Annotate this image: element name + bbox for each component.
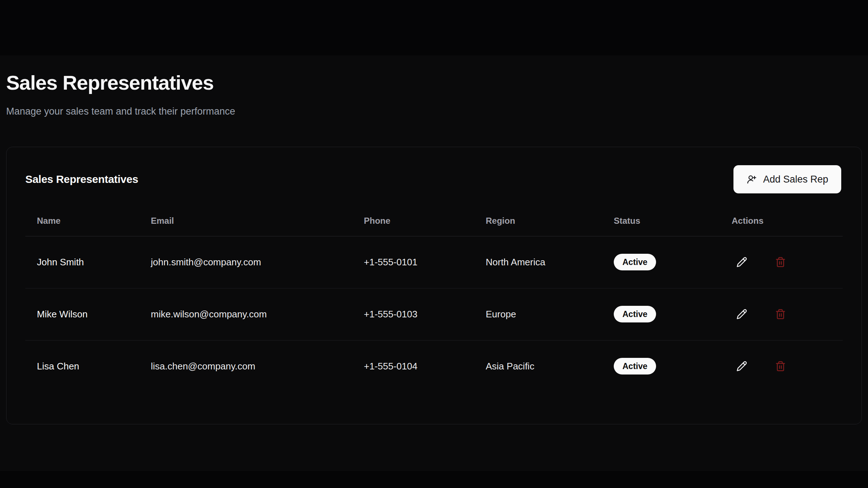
edit-button[interactable]: [732, 356, 752, 376]
column-header-actions: Actions: [720, 206, 843, 236]
sales-reps-card: Sales Representatives Add Sales Rep: [6, 147, 862, 424]
rep-actions-cell: [720, 288, 843, 340]
rep-region: North America: [474, 236, 602, 288]
edit-button[interactable]: [732, 252, 752, 272]
trash-icon: [775, 361, 786, 372]
column-header-status: Status: [602, 206, 720, 236]
column-header-email: Email: [139, 206, 352, 236]
rep-email: john.smith@company.com: [139, 236, 352, 288]
trash-icon: [775, 309, 786, 320]
card-header: Sales Representatives Add Sales Rep: [7, 147, 861, 193]
sales-reps-table: Name Email Phone Region Status Actions J…: [25, 206, 843, 392]
status-badge: Active: [614, 358, 656, 374]
pencil-icon: [736, 257, 747, 267]
page-subtitle: Manage your sales team and track their p…: [6, 105, 862, 118]
rep-email: lisa.chen@company.com: [139, 340, 352, 392]
sales-reps-page: Sales Representatives Manage your sales …: [0, 71, 868, 424]
rep-phone: +1-555-0101: [352, 236, 474, 288]
table-row: John Smith john.smith@company.com +1-555…: [25, 236, 843, 288]
add-sales-rep-button[interactable]: Add Sales Rep: [733, 165, 841, 193]
rep-status-cell: Active: [602, 236, 720, 288]
column-header-region: Region: [474, 206, 602, 236]
delete-button[interactable]: [770, 356, 791, 376]
status-badge: Active: [614, 254, 656, 270]
rep-email: mike.wilson@company.com: [139, 288, 352, 340]
rep-phone: +1-555-0103: [352, 288, 474, 340]
add-sales-rep-label: Add Sales Rep: [763, 174, 828, 185]
page-title: Sales Representatives: [6, 71, 862, 94]
user-plus-icon: [746, 174, 757, 184]
rep-name: Mike Wilson: [25, 288, 139, 340]
table-row: Lisa Chen lisa.chen@company.com +1-555-0…: [25, 340, 843, 392]
column-header-phone: Phone: [352, 206, 474, 236]
edit-button[interactable]: [732, 304, 752, 324]
rep-phone: +1-555-0104: [352, 340, 474, 392]
rep-status-cell: Active: [602, 340, 720, 392]
rep-status-cell: Active: [602, 288, 720, 340]
rep-region: Asia Pacific: [474, 340, 602, 392]
trash-icon: [775, 257, 786, 267]
bottom-footer-band: [0, 471, 868, 488]
sales-reps-table-wrap: Name Email Phone Region Status Actions J…: [7, 193, 861, 392]
rep-actions-cell: [720, 236, 843, 288]
delete-button[interactable]: [770, 304, 791, 324]
rep-region: Europe: [474, 288, 602, 340]
pencil-icon: [736, 309, 747, 320]
rep-name: John Smith: [25, 236, 139, 288]
rep-name: Lisa Chen: [25, 340, 139, 392]
status-badge: Active: [614, 306, 656, 322]
table-header-row: Name Email Phone Region Status Actions: [25, 206, 843, 236]
rep-actions-cell: [720, 340, 843, 392]
delete-button[interactable]: [770, 252, 791, 272]
column-header-name: Name: [25, 206, 139, 236]
card-title: Sales Representatives: [25, 173, 138, 185]
top-header-band: [0, 0, 868, 55]
table-row: Mike Wilson mike.wilson@company.com +1-5…: [25, 288, 843, 340]
pencil-icon: [736, 361, 747, 372]
